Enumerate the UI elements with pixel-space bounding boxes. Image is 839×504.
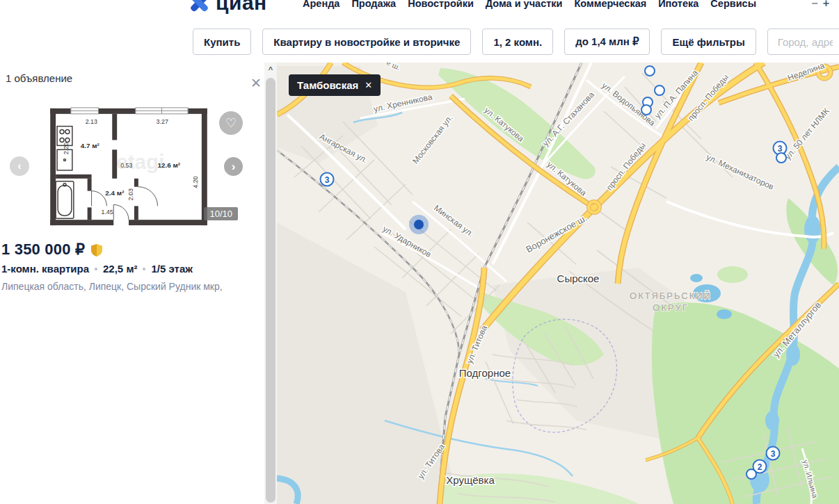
district-label: ОКРУГ <box>653 302 688 313</box>
cluster-marker[interactable]: 3 <box>320 172 335 187</box>
nav-item-5[interactable]: Ипотека <box>658 0 698 9</box>
remove-geo-tag-icon[interactable]: ✕ <box>365 80 372 90</box>
geo-tag-label: Тамбовская <box>297 79 358 91</box>
dim-hall-depth: 2.03 <box>127 188 134 200</box>
listing-marker[interactable] <box>746 469 757 480</box>
district-label: ОКТЯБРЬСКИЙ <box>630 291 712 301</box>
scrollbar-thumb[interactable] <box>266 78 275 503</box>
more-filters-button[interactable]: Ещё фильтры <box>661 29 756 55</box>
rooms-filter-button[interactable]: 1, 2 комн. <box>482 29 553 55</box>
map-canvas[interactable]: е ш.ул. ХренниковаАнгарская ул.Московска… <box>277 63 839 504</box>
cian-logo-icon <box>186 0 210 15</box>
area-kitchen: 4.7 м² <box>81 142 100 149</box>
window-controls: − + <box>811 0 829 10</box>
nav-item-4[interactable]: Коммерческая <box>575 0 647 9</box>
price-row: 1 350 000 ₽ <box>1 241 102 259</box>
listing-price[interactable]: 1 350 000 ₽ <box>1 241 85 259</box>
verified-shield-icon <box>91 244 102 257</box>
title-part: 1-комн. квартира <box>1 263 89 275</box>
cian-logo[interactable]: циан <box>186 0 267 15</box>
map-tiles: е ш.ул. ХренниковаАнгарская ул.Московска… <box>277 63 839 504</box>
active-geo-filter-tag[interactable]: Тамбовская ✕ <box>289 74 381 96</box>
listing-title[interactable]: 1-комн. квартира22,5 м²1/5 этаж <box>1 263 193 275</box>
nav-item-6[interactable]: Сервисы <box>710 0 756 9</box>
listing-marker[interactable] <box>641 104 652 115</box>
cluster-marker[interactable]: 3 <box>766 446 781 461</box>
listing-address[interactable]: Липецкая область, Липецк, Сырский Рудник… <box>1 281 223 292</box>
nav-menu: АрендаПродажаНовостройкиДома и участкиКо… <box>303 0 756 9</box>
nav-item-2[interactable]: Новостройки <box>408 0 474 9</box>
dim-hall-width: 1.45 <box>101 209 113 216</box>
cian-logo-text: циан <box>216 0 267 15</box>
listing-marker[interactable] <box>654 85 665 96</box>
nav-item-1[interactable]: Продажа <box>351 0 396 9</box>
property-type-filter-button[interactable]: Квартиру в новостройке и вторичке <box>262 29 471 55</box>
minus-icon[interactable]: − <box>811 0 817 10</box>
dim-room-width: 3.27 <box>157 118 168 125</box>
place-label: Подгорное <box>459 367 511 379</box>
selected-listing-marker[interactable] <box>414 220 424 229</box>
title-part: 22,5 м² <box>103 263 137 275</box>
place-label: Хрущёвка <box>446 474 495 486</box>
geo-search-input[interactable] <box>767 29 839 55</box>
photo-counter: 10/10 <box>204 207 238 220</box>
chevron-left-icon: ‹ <box>17 159 22 173</box>
favorite-button[interactable]: ♡ <box>219 111 243 135</box>
dot-separator <box>143 268 145 270</box>
panel-scrollbar: ^ <box>264 63 277 504</box>
nav-item-0[interactable]: Аренда <box>303 0 339 9</box>
title-part: 1/5 этаж <box>151 263 192 275</box>
prev-photo-button[interactable]: ‹ <box>10 156 29 176</box>
next-photo-button[interactable]: › <box>224 157 243 176</box>
plus-icon[interactable]: + <box>823 0 829 10</box>
scroll-up-arrow-icon[interactable]: ^ <box>264 63 277 76</box>
floorplan-image: etagi <box>47 103 210 231</box>
listings-panel: 1 объявление ✕ etagi <box>0 63 264 504</box>
listing-marker[interactable] <box>644 65 655 76</box>
listings-count: 1 объявление <box>6 72 72 84</box>
cian-map-search-page: циан АрендаПродажаНовостройкиДома и учас… <box>0 0 839 504</box>
dim-kitchen-width: 2.13 <box>86 118 97 125</box>
place-label: Сырское <box>557 273 600 284</box>
nav-item-3[interactable]: Дома и участки <box>486 0 563 9</box>
listing-marker[interactable] <box>776 152 787 163</box>
dim-room-depth: 4.20 <box>192 176 199 188</box>
area-room: 12.6 м² <box>158 161 181 169</box>
price-filter-button[interactable]: до 1,4 млн ₽ <box>564 29 650 55</box>
dim-kitchen-depth: 2.20 <box>63 143 70 154</box>
filter-bar: Купить Квартиру в новостройке и вторичке… <box>0 21 839 63</box>
area-hall: 2.4 м² <box>105 189 125 197</box>
deal-type-filter-button[interactable]: Купить <box>193 29 251 55</box>
dot-separator <box>95 268 97 270</box>
dim-niche: 0.53 <box>120 162 132 169</box>
content-area: 1 объявление ✕ etagi <box>0 63 839 504</box>
listing-photo[interactable]: etagi <box>47 103 238 231</box>
top-navigation: циан АрендаПродажаНовостройкиДома и учас… <box>0 0 839 21</box>
close-panel-icon[interactable]: ✕ <box>250 76 262 90</box>
chevron-right-icon: › <box>232 160 236 174</box>
heart-icon: ♡ <box>225 115 237 131</box>
